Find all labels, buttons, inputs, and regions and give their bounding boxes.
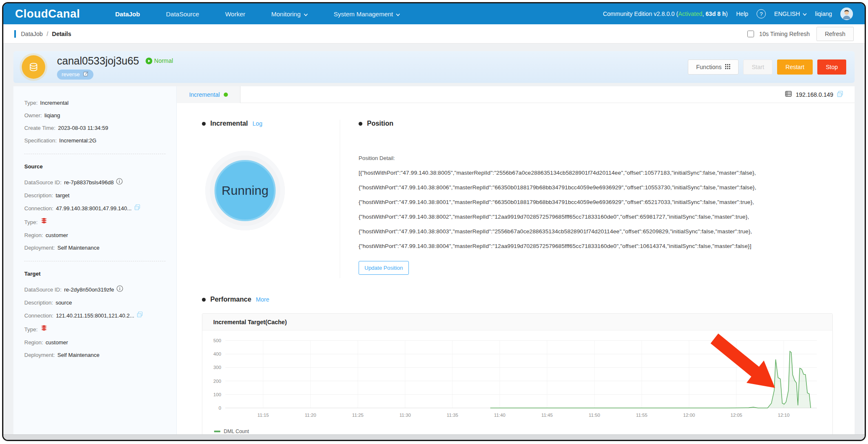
performance-section-header: Performance More <box>202 296 833 303</box>
source-datasource-id: DataSource ID: re-7p8837bsls496d8 <box>24 178 165 187</box>
main-nav: DataJob DataSource Worker Monitoring Sys… <box>115 10 400 18</box>
field-type-value: Incremental <box>40 99 69 107</box>
performance-section: Performance More Incremental Target(Cach… <box>177 296 855 441</box>
info-icon[interactable] <box>116 285 123 294</box>
edition-label: Community Edition v2.8.0.0 <box>603 10 674 17</box>
target-description: Description: source <box>24 299 165 307</box>
target-description-label: Description: <box>24 299 53 307</box>
copy-icon[interactable] <box>837 90 844 99</box>
source-region-value: customer <box>46 231 68 239</box>
username-label[interactable]: liqiang <box>815 10 832 17</box>
position-detail-line: [{"hostWithPort":"47.99.140.38:8005","ma… <box>359 170 829 176</box>
svg-text:500: 500 <box>213 338 221 343</box>
svg-text:0: 0 <box>219 405 221 410</box>
field-type: Type: Incremental <box>24 99 165 107</box>
edit-icon[interactable] <box>83 71 89 78</box>
job-name: canal0533joj3u65 <box>57 55 139 67</box>
cloudcanal-logo[interactable]: CloudCanal <box>15 8 80 21</box>
svg-text:11:40: 11:40 <box>494 413 505 418</box>
position-section-header: Position <box>359 120 829 127</box>
log-link[interactable]: Log <box>253 120 262 127</box>
breadcrumb-separator: / <box>46 31 48 37</box>
reverse-tag[interactable]: reverse <box>57 70 93 80</box>
help-link[interactable]: Help <box>736 10 748 17</box>
source-connection-value: 47.99.140.38:8001,47.99.140... <box>56 204 132 212</box>
source-datasource-id-label: DataSource ID: <box>24 178 62 186</box>
dml-count-chart: 11:1511:2011:2511:3011:3511:4011:4511:50… <box>202 330 832 438</box>
chart-panel: Incremental Target(Cache) 11:1511:2011:2… <box>202 313 833 438</box>
restart-button[interactable]: Restart <box>777 59 813 75</box>
performance-title: Performance <box>210 296 251 303</box>
position-detail-line: {"hostWithPort":"47.99.140.38:8002","mas… <box>359 214 829 220</box>
source-deployment-value: Self Maintenance <box>57 244 99 252</box>
source-section-title: Source <box>24 163 165 170</box>
svg-text:300: 300 <box>213 365 221 370</box>
functions-button-label: Functions <box>696 64 722 70</box>
timing-refresh-checkbox[interactable] <box>747 31 754 37</box>
copy-icon[interactable] <box>137 311 143 320</box>
timing-refresh-control: 10s Timing Refresh <box>746 29 810 39</box>
more-link[interactable]: More <box>256 296 269 303</box>
target-deployment-value: Self Maintenance <box>57 351 99 359</box>
language-label: ENGLISH <box>774 10 800 17</box>
chart-body: 11:1511:2011:2511:3011:3511:4011:4511:50… <box>202 330 832 438</box>
field-create-time: Create Time: 2023-08-03 11:34:59 <box>24 124 165 132</box>
edition-text: Community Edition v2.8.0.0 (Activated, 6… <box>603 10 728 17</box>
nav-item-monitoring[interactable]: Monitoring <box>271 10 307 18</box>
grid-icon <box>725 64 730 70</box>
timing-refresh-label: 10s Timing Refresh <box>759 31 810 37</box>
nav-item-worker[interactable]: Worker <box>225 10 245 18</box>
source-deployment-label: Deployment: <box>24 244 55 252</box>
app-window: CloudCanal DataJob DataSource Worker Mon… <box>2 2 866 441</box>
stop-button[interactable]: Stop <box>817 59 846 75</box>
source-datasource-id-value: re-7p8837bsls496d8 <box>64 178 114 186</box>
job-info-sidebar: Type: Incremental Owner: liqiang Create … <box>13 86 177 434</box>
nav-item-datasource[interactable]: DataSource <box>166 10 199 18</box>
refresh-button[interactable]: Refresh <box>816 27 854 41</box>
breadcrumb-accent-bar <box>14 30 16 38</box>
start-button[interactable]: Start <box>743 59 772 75</box>
svg-text:12:05: 12:05 <box>731 413 742 418</box>
update-position-button[interactable]: Update Position <box>359 261 409 275</box>
annotation-arrow <box>710 333 775 388</box>
field-owner-label: Owner: <box>24 111 42 119</box>
position-detail-label: Position Detail: <box>359 155 829 161</box>
target-connection-label: Connection: <box>24 312 53 320</box>
source-type-label: Type: <box>24 218 38 226</box>
target-connection: Connection: 121.40.211.155:8001,121.40.2… <box>24 311 165 320</box>
help-circle-icon[interactable]: ? <box>757 9 766 18</box>
breadcrumb-section[interactable]: DataJob <box>21 31 43 37</box>
source-connection-label: Connection: <box>24 204 53 212</box>
target-type-label: Type: <box>24 325 38 333</box>
status-play-icon <box>145 57 152 65</box>
nav-item-datajob[interactable]: DataJob <box>115 10 140 18</box>
user-avatar[interactable] <box>840 8 853 20</box>
tab-incremental[interactable]: Incremental <box>177 86 240 103</box>
target-description-value: source <box>56 299 72 307</box>
position-column: Position Position Detail: [{"hostWithPor… <box>340 120 855 278</box>
nav-item-system-management[interactable]: System Management <box>334 10 400 18</box>
target-deployment: Deployment: Self Maintenance <box>24 351 165 359</box>
breadcrumb-bar: DataJob / Details 10s Timing Refresh Ref… <box>3 24 865 44</box>
nav-item-monitoring-label: Monitoring <box>271 10 300 18</box>
svg-text:100: 100 <box>213 392 221 397</box>
field-owner: Owner: liqiang <box>24 111 165 119</box>
target-region: Region: customer <box>24 338 165 346</box>
job-database-icon <box>22 55 45 79</box>
field-specification-value: Incremental:2G <box>59 137 96 145</box>
legend-label: DML Count <box>224 429 249 434</box>
copy-icon[interactable] <box>134 204 141 213</box>
field-specification-label: Specification: <box>24 137 57 145</box>
info-icon[interactable] <box>116 178 123 187</box>
uptime-label: 63d 8 h <box>705 10 726 17</box>
functions-button[interactable]: Functions <box>688 59 739 75</box>
source-deployment: Deployment: Self Maintenance <box>24 244 165 252</box>
source-connection: Connection: 47.99.140.38:8001,47.99.140.… <box>24 204 165 213</box>
target-deployment-label: Deployment: <box>24 351 55 359</box>
position-detail-line: {"hostWithPort":"47.99.140.38:8004","mas… <box>359 243 829 249</box>
source-description-value: target <box>56 191 70 199</box>
chart-title: Incremental Target(Cache) <box>202 314 832 330</box>
activated-label: Activated <box>678 10 703 17</box>
incremental-log-column: Incremental Log Running <box>177 120 340 278</box>
language-selector[interactable]: ENGLISH <box>774 10 806 17</box>
